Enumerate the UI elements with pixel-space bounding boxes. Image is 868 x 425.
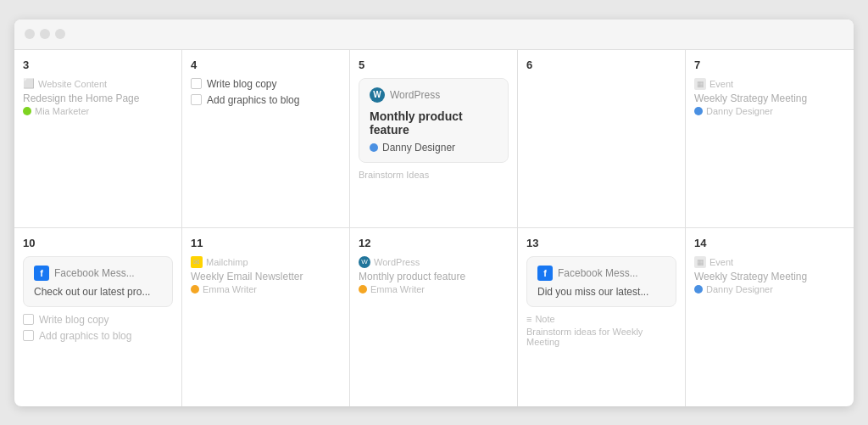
item-title: Weekly Strategy Meeting [694,271,845,282]
item-title: Weekly Strategy Meeting [694,92,845,104]
top-bar-dot-1 [25,29,35,39]
avatar [370,143,378,152]
item-title: Monthly product feature [359,271,509,282]
note-label: ≡ Note [526,314,676,324]
fb-card-header: f Facebook Mess... [537,266,665,281]
item-person: Emma Writer [359,284,509,294]
item-category: W WordPress [359,256,509,268]
person-name: Danny Designer [382,142,455,154]
day-number: 3 [23,59,173,71]
task-label: Add graphics to blog [39,330,131,342]
fb-card-content: Check out our latest pro... [34,286,162,298]
calendar-cell-4: 4 Write blog copy Add graphics to blog [182,50,350,228]
wp-card-title: Monthly product feature [370,109,498,137]
item-title: Redesign the Home Page [23,92,173,104]
item-category: ✉ Mailchimp [191,256,341,268]
monitor-icon: ⬜ [23,78,35,90]
calendar-cell-12: 12 W WordPress Monthly product feature E… [350,228,518,406]
fb-card-content: Did you miss our latest... [537,286,665,298]
event-icon: ▦ [694,256,706,268]
task-checkbox[interactable] [23,314,34,325]
person-name: Emma Writer [370,284,425,294]
avatar [694,285,703,294]
task-item-write[interactable]: Write blog copy [23,314,173,326]
wordpress-small-icon: W [359,256,370,268]
calendar-cell-10: 10 f Facebook Mess... Check out our late… [14,228,182,406]
wp-platform: WordPress [390,89,440,101]
calendar-grid: 3 ⬜ Website Content Redesign the Home Pa… [14,50,854,406]
note-content: Brainstorm ideas for Weekly Meeting [526,327,676,347]
note-icon: ≡ [526,314,531,324]
top-bar [14,20,854,50]
day-number: 13 [526,237,676,249]
item-person: Danny Designer [694,284,845,294]
person-name: Emma Writer [203,284,257,294]
calendar-cell-11: 11 ✉ Mailchimp Weekly Email Newsletter E… [182,228,350,406]
wordpress-icon: W [370,87,385,103]
day-number: 11 [191,237,341,249]
category-label: Event [709,257,733,267]
top-bar-dot-2 [40,29,50,39]
category-label: Website Content [38,79,107,89]
calendar-cell-3: 3 ⬜ Website Content Redesign the Home Pa… [14,50,182,228]
fb-platform: Facebook Mess... [54,267,135,279]
task-item-2[interactable]: Add graphics to blog [191,94,341,106]
task-checkbox[interactable] [191,78,202,89]
day-number: 4 [191,59,341,71]
wp-item: W WordPress Monthly product feature Emma… [359,256,509,294]
item-category: ⬜ Website Content [23,78,173,90]
wp-card[interactable]: W WordPress Monthly product feature Dann… [359,78,509,163]
fb-card-header: f Facebook Mess... [34,266,162,281]
event-icon: ▦ [694,78,706,90]
note-item: ≡ Note Brainstorm ideas for Weekly Meeti… [526,314,676,347]
note-label-text: Note [535,314,554,324]
day-number: 7 [694,59,845,71]
mailchimp-icon: ✉ [191,256,203,268]
category-label: WordPress [374,257,420,267]
website-content-item: ⬜ Website Content Redesign the Home Page… [23,78,173,116]
category-label: Mailchimp [206,257,248,267]
fb-platform: Facebook Mess... [558,267,638,279]
calendar-cell-14: 14 ▦ Event Weekly Strategy Meeting Danny… [686,228,854,406]
wp-card-person: Danny Designer [370,142,498,154]
mailchimp-item: ✉ Mailchimp Weekly Email Newsletter Emma… [191,256,341,294]
calendar-cell-6: 6 [518,50,686,228]
calendar-cell-7: 7 ▦ Event Weekly Strategy Meeting Danny … [686,50,854,228]
facebook-icon: f [537,266,553,281]
day-number: 6 [526,59,676,71]
item-title: Weekly Email Newsletter [191,271,341,282]
brainstorm-text: Brainstorm Ideas [359,170,509,180]
calendar-container: 3 ⬜ Website Content Redesign the Home Pa… [14,20,854,406]
fb-card-2[interactable]: f Facebook Mess... Did you miss our late… [526,256,676,307]
task-label: Add graphics to blog [207,94,299,106]
task-checkbox[interactable] [23,330,34,341]
wp-card-header: W WordPress [370,87,498,103]
avatar [23,107,31,115]
person-name: Mia Marketer [35,106,89,116]
item-person: Danny Designer [694,106,845,116]
calendar-cell-13: 13 f Facebook Mess... Did you miss our l… [518,228,686,406]
facebook-icon: f [34,266,49,281]
item-category: ▦ Event [694,256,845,268]
fb-card[interactable]: f Facebook Mess... Check out our latest … [23,256,173,307]
item-category: ▦ Event [694,78,845,90]
day-number: 14 [694,237,845,249]
person-name: Danny Designer [706,284,773,294]
task-item-1[interactable]: Write blog copy [191,78,341,90]
task-label: Write blog copy [207,78,276,90]
avatar [359,285,367,294]
event-item-2: ▦ Event Weekly Strategy Meeting Danny De… [694,256,845,294]
day-number: 10 [23,237,173,249]
task-label: Write blog copy [39,314,108,326]
item-person: Mia Marketer [23,106,173,116]
avatar [191,285,199,294]
task-checkbox[interactable] [191,94,202,105]
task-item-graphics[interactable]: Add graphics to blog [23,330,173,342]
day-number: 12 [359,237,509,249]
item-person: Emma Writer [191,284,341,294]
calendar-cell-5: 5 W WordPress Monthly product feature Da… [350,50,518,228]
avatar [694,107,703,115]
day-number: 5 [359,59,509,71]
top-bar-dot-3 [55,29,65,39]
event-item: ▦ Event Weekly Strategy Meeting Danny De… [694,78,845,116]
